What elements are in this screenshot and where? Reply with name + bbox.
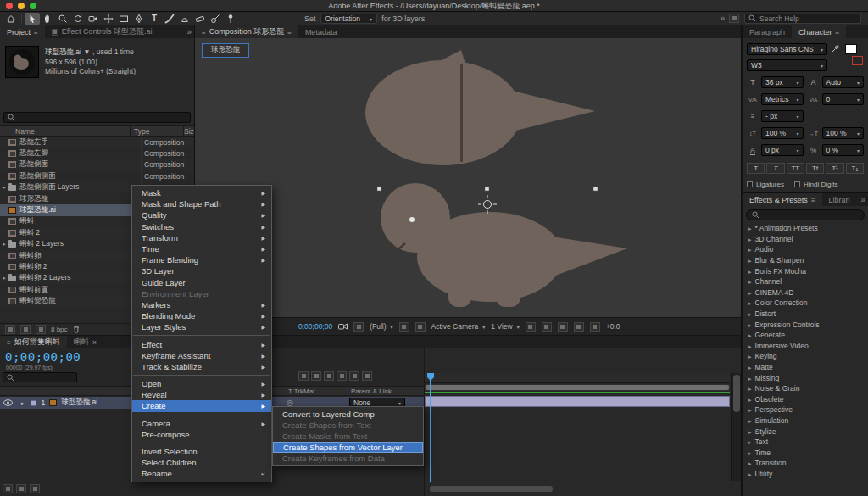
submenu-item[interactable]: Create Shapes from Vector Layer [273,442,423,453]
char-style-button[interactable]: T¹ [826,163,843,174]
horizontal-scale-select[interactable]: 100 % [822,127,865,139]
effects-category[interactable]: * Animation Presets [743,223,868,234]
effects-category[interactable]: Channel [743,276,868,287]
tsume-select[interactable]: 0 % [822,144,865,156]
shape-tool[interactable] [116,13,131,25]
project-bit-depth[interactable]: 8 bpc [51,326,68,333]
context-menu-item[interactable]: Time ▶ [132,243,271,254]
effects-category[interactable]: Boris FX Mocha [743,265,868,276]
chevron-right-icon[interactable] [748,449,752,457]
context-menu-item[interactable]: Invert Selection [132,446,271,457]
chevron-right-icon[interactable] [748,459,752,467]
context-menu-item[interactable]: Pre-compose... [132,429,271,440]
disclosure-icon[interactable]: ▸ [0,275,8,281]
scrollbar-thumb[interactable] [733,375,740,412]
footage-name[interactable]: 球型恐龍.ai [45,47,81,56]
effects-category[interactable]: Perspective [743,404,868,415]
char-style-button[interactable]: TT [787,163,804,174]
chevron-right-icon[interactable] [748,437,752,446]
layer-color-chip[interactable] [31,400,36,406]
panel-menu-icon[interactable] [287,28,292,36]
exposure-value[interactable]: +0.0 [606,322,620,331]
context-menu-item[interactable]: Guide Layer [132,277,271,288]
timeline-tab-2[interactable]: 蝌蚪 [67,336,103,348]
chevron-right-icon[interactable] [748,256,752,265]
effects-category[interactable]: Generate [743,330,868,341]
char-style-button[interactable]: T₁ [846,163,864,174]
effects-category[interactable]: Color Correction [743,298,868,309]
time-ruler[interactable] [425,373,730,383]
orientation-dropdown[interactable]: Orientation [320,14,378,24]
brush-tool[interactable] [162,13,177,25]
chevron-right-icon[interactable] [748,470,752,478]
effects-category[interactable]: CINEMA 4D [743,287,868,298]
submenu-item[interactable]: Create Masks from Text [273,431,423,442]
context-menu-item[interactable]: Frame Blending ▶ [132,254,271,265]
kerning-select[interactable]: Metrics [761,93,804,105]
effects-category[interactable]: Missing [743,372,868,383]
region-of-interest-icon[interactable] [399,322,409,332]
tab-effects-presets[interactable]: Effects & Presets [743,193,822,206]
context-menu-item[interactable]: Markers ▶ [132,299,271,310]
reset-exposure-icon[interactable] [590,322,600,332]
frame-blending-icon[interactable] [337,371,347,381]
vertical-scale-select[interactable]: 100 % [761,127,804,139]
char-style-button[interactable]: T [747,163,765,174]
effects-category[interactable]: Matte [743,362,868,373]
timeline-horizontal-scrollbar[interactable] [430,486,553,492]
disclosure-icon[interactable]: ▸ [0,184,8,191]
effects-category[interactable]: Keying [743,351,868,362]
zoom-tool[interactable] [55,13,70,25]
chevron-right-icon[interactable] [748,342,752,350]
new-composition-icon[interactable] [36,325,46,334]
current-time-indicator[interactable] [430,373,431,482]
context-menu-item[interactable]: Select Children [132,457,271,468]
pen-tool[interactable] [131,13,147,25]
expand-inout-columns-icon[interactable] [30,484,40,493]
timeline-current-time[interactable]: 0;00;00;00 [5,350,81,364]
layer-name[interactable]: 球型恐龍.ai [61,398,97,408]
panel-menu-icon[interactable] [34,28,38,36]
context-menu-item[interactable]: Reveal ▶ [132,389,271,400]
composition-mini-flowchart-icon[interactable] [298,371,309,381]
timeline-search[interactable] [3,372,77,382]
font-size-select[interactable]: 36 px [761,76,804,88]
context-menu-item[interactable]: Mask ▶ [132,187,271,198]
context-menu-item[interactable]: Environment Layer [132,288,271,299]
panel-overflow-icon[interactable]: » [860,193,865,206]
context-menu-item[interactable]: Create ▶ [132,400,271,411]
interpret-footage-icon[interactable] [5,325,15,334]
context-menu-item[interactable]: Track & Stabilize ▶ [132,361,271,372]
layer-expand-icon[interactable] [21,398,25,407]
tab-character[interactable]: Character [792,25,846,38]
motion-blur-icon[interactable] [349,371,359,381]
submenu-item[interactable]: Create Shapes from Text [273,420,423,431]
chevron-right-icon[interactable] [748,352,752,360]
chevron-right-icon[interactable] [748,267,752,276]
timeline-tab-1[interactable]: 如何當隻蝌蚪 [0,336,67,348]
effects-category[interactable]: Distort [743,309,868,320]
chevron-right-icon[interactable] [748,405,752,414]
tab-paragraph[interactable]: Paragraph [743,25,792,38]
viewer-comp-badge[interactable]: 球形恐龍 [202,43,249,58]
help-search[interactable] [744,14,861,24]
effects-category[interactable]: Time [743,447,868,458]
effects-category[interactable]: Stylize [743,426,868,437]
effects-category[interactable]: Text [743,437,868,448]
fast-previews-icon[interactable] [542,322,552,332]
context-menu-item[interactable]: Open ▶ [132,378,271,389]
stroke-color-swatch[interactable] [852,56,863,65]
minimize-window-button[interactable] [18,3,25,9]
leading-select[interactable]: Auto [822,76,865,88]
snapshot-icon[interactable] [338,323,348,330]
line-height-select[interactable]: - px [761,110,804,122]
chevron-right-icon[interactable] [748,416,752,425]
disclosure-icon[interactable]: ▸ [0,241,8,248]
context-menu-item[interactable]: Mask and Shape Path ▶ [132,198,271,209]
chevron-right-icon[interactable] [748,320,752,329]
layer-duration-bar[interactable] [425,396,730,407]
workspace-layout-icon[interactable] [729,14,739,23]
chevron-right-icon[interactable] [748,298,752,307]
chevron-right-icon[interactable] [748,288,752,297]
viewer-current-time[interactable]: 0;00;00;00 [298,322,332,331]
